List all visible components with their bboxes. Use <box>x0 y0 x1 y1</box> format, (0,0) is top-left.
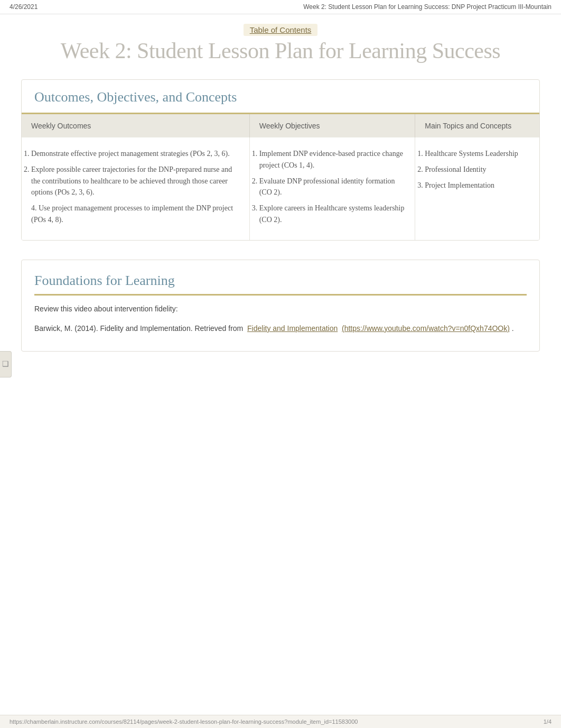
citation-plain: Barwick, M. (2014). Fidelity and Impleme… <box>34 324 243 333</box>
bottom-url: https://chamberlain.instructure.com/cour… <box>10 718 358 725</box>
toc-link[interactable]: Table of Contents <box>244 24 318 36</box>
topics-list: Healthcare Systems Leadership Profession… <box>425 148 530 191</box>
bottom-bar: https://chamberlain.instructure.com/cour… <box>0 715 561 728</box>
foundations-heading: Foundations for Learning <box>34 273 527 296</box>
col-topics-header: Main Topics and Concepts <box>415 114 539 137</box>
topics-cell: Healthcare Systems Leadership Profession… <box>415 137 539 240</box>
top-page-title: Week 2: Student Lesson Plan for Learning… <box>303 3 551 11</box>
bottom-page-num: 1/4 <box>544 718 551 725</box>
outcomes-table-container: Weekly Outcomes Weekly Objectives Main T… <box>22 114 539 240</box>
outcomes-cell: Demonstrate effective project management… <box>22 137 249 240</box>
list-item: Evaluate DNP professional identity forma… <box>259 176 406 198</box>
citation-period: . <box>512 324 514 333</box>
table-header-row: Weekly Outcomes Weekly Objectives Main T… <box>22 114 539 137</box>
list-item: Project Implementation <box>425 180 530 191</box>
list-item: 4. Use project management processes to i… <box>31 202 240 225</box>
outcomes-list: Demonstrate effective project management… <box>31 148 240 225</box>
col-objectives-header: Weekly Objectives <box>249 114 415 137</box>
foundations-section-card: Foundations for Learning Review this vid… <box>21 260 540 351</box>
outcomes-heading: Outcomes, Objectives, and Concepts <box>34 89 527 105</box>
list-item: Professional Identity <box>425 164 530 176</box>
foundations-intro: Review this video about intervention fid… <box>34 303 527 315</box>
page-title: Week 2: Student Lesson Plan for Learning… <box>11 38 550 63</box>
citation-url-link[interactable]: (https://www.youtube.com/watch?v=n0fQxh7… <box>342 324 510 333</box>
outcomes-section-card: Outcomes, Objectives, and Concepts Weekl… <box>21 79 540 241</box>
citation-text: Barwick, M. (2014). Fidelity and Impleme… <box>34 322 527 335</box>
top-bar: 4/26/2021 Week 2: Student Lesson Plan fo… <box>0 0 561 14</box>
citation-link-fidelity[interactable]: Fidelity and Implementation <box>247 324 338 333</box>
table-row: Demonstrate effective project management… <box>22 137 539 240</box>
top-date: 4/26/2021 <box>10 3 38 11</box>
main-content: Outcomes, Objectives, and Concepts Weekl… <box>0 69 561 386</box>
list-item: Demonstrate effective project management… <box>31 148 240 160</box>
sidebar-icon: ❑ <box>2 360 9 368</box>
foundations-section: Foundations for Learning Review this vid… <box>22 260 539 351</box>
sidebar-tab[interactable]: ❑ <box>0 351 12 377</box>
col-outcomes-header: Weekly Outcomes <box>22 114 249 137</box>
list-item: Implement DNP evidence-based practice ch… <box>259 148 406 171</box>
outcomes-section-header: Outcomes, Objectives, and Concepts <box>22 80 539 114</box>
objectives-list: Implement DNP evidence-based practice ch… <box>259 148 406 225</box>
list-item: Explore careers in Healthcare systems le… <box>259 202 406 225</box>
list-item: Healthcare Systems Leadership <box>425 148 530 160</box>
objectives-cell: Implement DNP evidence-based practice ch… <box>249 137 415 240</box>
header-area: Table of Contents Week 2: Student Lesson… <box>0 14 561 69</box>
outcomes-table: Weekly Outcomes Weekly Objectives Main T… <box>22 114 539 240</box>
list-item: Explore possible career trajectories for… <box>31 164 240 198</box>
